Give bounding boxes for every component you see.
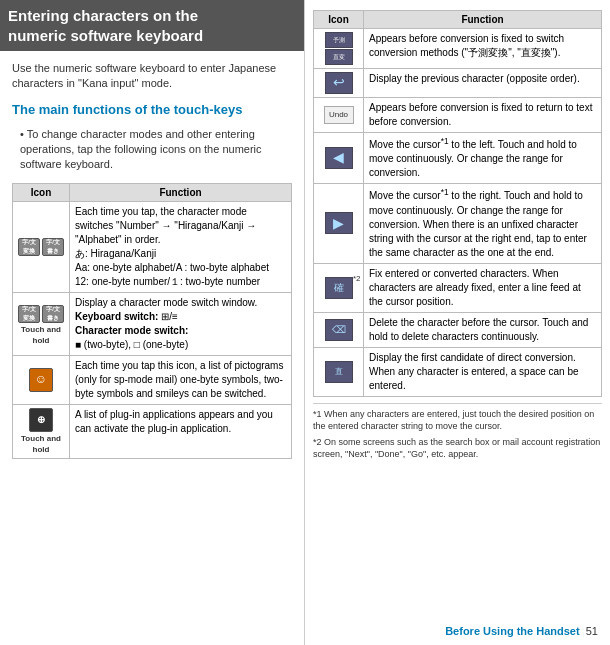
table-row: ◀ Move the cursor*1 to the left. Touch a… [314,133,602,184]
col-function: Function [70,183,292,201]
plugin-icon: ⊕ [29,408,53,432]
footer-label: Before Using the Handset [445,625,579,637]
icon-cell: ☺ [13,355,70,404]
table-row: ▶ Move the cursor*1 to the right. Touch … [314,184,602,263]
icon-cell: 直 [314,347,364,396]
cursor-left-icon: ◀ [325,147,353,169]
function-cell: Appears before conversion is fixed to re… [364,98,602,133]
col-function-r: Function [364,11,602,29]
direct-icon: 直 [325,361,353,383]
page-number: 51 [586,625,598,637]
col-icon-r: Icon [314,11,364,29]
icon-cell: ⊕ Touch and hold [13,404,70,458]
char-mode-icon-1: 字/文変換 [18,238,40,256]
footnote-2: *2 On some screens such as the search bo… [313,436,602,461]
table-row: Undo Appears before conversion is fixed … [314,98,602,133]
char-mode-icon-4: 字/文書き [42,305,64,323]
icon-cell: 字/文変換 字/文書き [13,201,70,292]
function-cell: Display the previous character (opposite… [364,69,602,98]
fix-icon: 確 [325,277,353,299]
left-intro: Use the numeric software keyboard to ent… [12,61,292,92]
function-cell: A list of plug-in applications appears a… [70,404,292,458]
char-mode-icon-3: 字/文変換 [18,305,40,323]
table-row: 字/文変換 字/文書き Each time you tap, the chara… [13,201,292,292]
icon-cell: 予測 直変 [314,29,364,69]
left-panel: Entering characters on the numeric softw… [0,0,305,645]
table-row: 予測 直変 Appears before conversion is fixed… [314,29,602,69]
back-arrow-icon: ↩ [325,72,353,94]
footnote-1: *1 When any characters are entered, just… [313,408,602,433]
table-row: ↩ Display the previous character (opposi… [314,69,602,98]
function-cell: Display a character mode switch window.K… [70,292,292,355]
right-panel: Icon Function 予測 直変 Appears before conve… [305,0,610,645]
function-cell: Delete the character before the cursor. … [364,312,602,347]
left-table: Icon Function 字/文変換 字/文書き Each time you … [12,183,292,459]
icon-cell: 字/文変換 字/文書き Touch and hold [13,292,70,355]
col-icon: Icon [13,183,70,201]
icon-cell: ↩ [314,69,364,98]
function-cell: Move the cursor*1 to the right. Touch an… [364,184,602,263]
touch-hold-label-2: Touch and hold [18,433,64,455]
table-row: ⊕ Touch and hold A list of plug-in appli… [13,404,292,458]
delete-icon: ⌫ [325,319,353,341]
char-mode-icon-2: 字/文書き [42,238,64,256]
table-row: 字/文変換 字/文書き Touch and hold Display a cha… [13,292,292,355]
table-row: 直 Display the first candidate of direct … [314,347,602,396]
icon-cell: 確 *2 [314,263,364,312]
yosoku-icon: 予測 [325,32,353,48]
bullet-text: To change character modes and other ente… [12,127,292,173]
choku-icon: 直変 [325,49,353,65]
page-footer: Before Using the Handset 51 [445,625,598,637]
icon-cell: ▶ [314,184,364,263]
function-cell: Each time you tap, the character mode sw… [70,201,292,292]
function-cell: Move the cursor*1 to the left. Touch and… [364,133,602,184]
icon-cell: ◀ [314,133,364,184]
right-table: Icon Function 予測 直変 Appears before conve… [313,10,602,397]
left-title: Entering characters on the numeric softw… [0,0,304,51]
function-cell: Appears before conversion is fixed to sw… [364,29,602,69]
function-cell: Display the first candidate of direct co… [364,347,602,396]
footnotes: *1 When any characters are entered, just… [313,403,602,461]
undo-icon: Undo [324,106,354,124]
fix-superscript: *2 [353,273,361,284]
function-cell: Fix entered or converted characters. Whe… [364,263,602,312]
icon-cell: Undo [314,98,364,133]
table-row: 確 *2 Fix entered or converted characters… [314,263,602,312]
table-row: ⌫ Delete the character before the cursor… [314,312,602,347]
icon-cell: ⌫ [314,312,364,347]
section-title: The main functions of the touch-keys [12,102,292,119]
pictogram-icon: ☺ [29,368,53,392]
function-cell: Each time you tap this icon, a list of p… [70,355,292,404]
touch-hold-label-1: Touch and hold [18,324,64,346]
table-row: ☺ Each time you tap this icon, a list of… [13,355,292,404]
cursor-right-icon: ▶ [325,212,353,234]
